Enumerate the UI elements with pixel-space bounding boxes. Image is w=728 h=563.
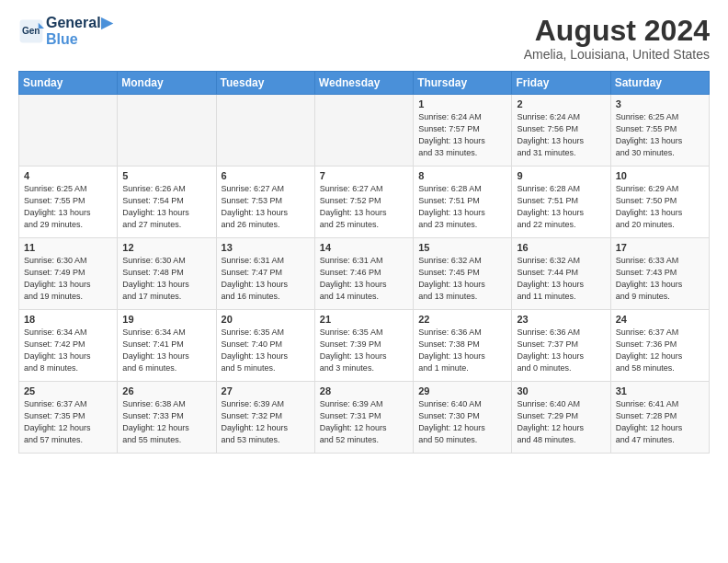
day-cell: 9Sunrise: 6:28 AM Sunset: 7:51 PM Daylig… xyxy=(512,167,610,238)
day-cell: 2Sunrise: 6:24 AM Sunset: 7:56 PM Daylig… xyxy=(512,95,610,167)
day-cell: 20Sunrise: 6:35 AM Sunset: 7:40 PM Dayli… xyxy=(216,310,314,382)
day-cell xyxy=(118,95,216,167)
day-number: 31 xyxy=(616,385,704,396)
week-row-3: 11Sunrise: 6:30 AM Sunset: 7:49 PM Dayli… xyxy=(19,238,710,310)
day-number: 25 xyxy=(24,385,112,396)
day-info: Sunrise: 6:36 AM Sunset: 7:38 PM Dayligh… xyxy=(418,327,506,374)
day-cell: 8Sunrise: 6:28 AM Sunset: 7:51 PM Daylig… xyxy=(414,167,512,238)
day-info: Sunrise: 6:39 AM Sunset: 7:31 PM Dayligh… xyxy=(320,398,408,446)
day-cell: 5Sunrise: 6:26 AM Sunset: 7:54 PM Daylig… xyxy=(118,167,216,238)
svg-text:Gen: Gen xyxy=(22,26,40,36)
day-cell: 23Sunrise: 6:36 AM Sunset: 7:37 PM Dayli… xyxy=(512,310,610,382)
day-info: Sunrise: 6:35 AM Sunset: 7:39 PM Dayligh… xyxy=(320,327,408,374)
day-cell xyxy=(19,95,118,167)
day-info: Sunrise: 6:34 AM Sunset: 7:41 PM Dayligh… xyxy=(122,327,210,374)
day-info: Sunrise: 6:34 AM Sunset: 7:42 PM Dayligh… xyxy=(24,327,112,374)
day-info: Sunrise: 6:29 AM Sunset: 7:50 PM Dayligh… xyxy=(616,183,704,231)
day-number: 11 xyxy=(24,242,112,253)
day-cell: 1Sunrise: 6:24 AM Sunset: 7:57 PM Daylig… xyxy=(414,95,512,167)
day-info: Sunrise: 6:24 AM Sunset: 7:56 PM Dayligh… xyxy=(517,111,605,159)
day-info: Sunrise: 6:40 AM Sunset: 7:29 PM Dayligh… xyxy=(517,398,605,446)
day-number: 12 xyxy=(122,242,210,253)
day-cell: 17Sunrise: 6:33 AM Sunset: 7:43 PM Dayli… xyxy=(610,238,709,310)
day-number: 13 xyxy=(222,242,310,253)
day-cell: 25Sunrise: 6:37 AM Sunset: 7:35 PM Dayli… xyxy=(19,382,118,454)
day-cell: 13Sunrise: 6:31 AM Sunset: 7:47 PM Dayli… xyxy=(216,238,314,310)
day-info: Sunrise: 6:31 AM Sunset: 7:46 PM Dayligh… xyxy=(320,255,408,303)
day-cell: 22Sunrise: 6:36 AM Sunset: 7:38 PM Dayli… xyxy=(414,310,512,382)
day-number: 18 xyxy=(24,314,112,325)
day-info: Sunrise: 6:36 AM Sunset: 7:37 PM Dayligh… xyxy=(517,327,605,374)
day-number: 10 xyxy=(616,170,704,181)
weekday-header-monday: Monday xyxy=(118,72,216,95)
day-info: Sunrise: 6:40 AM Sunset: 7:30 PM Dayligh… xyxy=(418,398,506,446)
week-row-5: 25Sunrise: 6:37 AM Sunset: 7:35 PM Dayli… xyxy=(19,382,710,454)
day-info: Sunrise: 6:30 AM Sunset: 7:48 PM Dayligh… xyxy=(122,255,210,303)
weekday-header-row: SundayMondayTuesdayWednesdayThursdayFrid… xyxy=(19,72,710,95)
day-number: 23 xyxy=(517,314,605,325)
day-number: 8 xyxy=(418,170,506,181)
day-number: 20 xyxy=(222,314,310,325)
logo: Gen General▶ Blue xyxy=(18,15,112,47)
day-info: Sunrise: 6:28 AM Sunset: 7:51 PM Dayligh… xyxy=(418,183,506,231)
day-info: Sunrise: 6:26 AM Sunset: 7:54 PM Dayligh… xyxy=(122,183,210,231)
day-info: Sunrise: 6:27 AM Sunset: 7:52 PM Dayligh… xyxy=(320,183,408,231)
day-number: 2 xyxy=(517,98,605,109)
week-row-1: 1Sunrise: 6:24 AM Sunset: 7:57 PM Daylig… xyxy=(19,95,710,167)
logo-icon: Gen xyxy=(18,18,44,44)
day-cell: 28Sunrise: 6:39 AM Sunset: 7:31 PM Dayli… xyxy=(314,382,413,454)
day-number: 14 xyxy=(320,242,408,253)
calendar: SundayMondayTuesdayWednesdayThursdayFrid… xyxy=(18,71,710,454)
day-info: Sunrise: 6:30 AM Sunset: 7:49 PM Dayligh… xyxy=(24,255,112,303)
day-info: Sunrise: 6:37 AM Sunset: 7:36 PM Dayligh… xyxy=(616,327,704,374)
day-number: 21 xyxy=(320,314,408,325)
page: Gen General▶ Blue August 2024 Amelia, Lo… xyxy=(0,0,728,563)
day-cell: 12Sunrise: 6:30 AM Sunset: 7:48 PM Dayli… xyxy=(118,238,216,310)
day-number: 17 xyxy=(616,242,704,253)
title-block: August 2024 Amelia, Louisiana, United St… xyxy=(524,15,710,62)
day-number: 16 xyxy=(517,242,605,253)
day-info: Sunrise: 6:25 AM Sunset: 7:55 PM Dayligh… xyxy=(616,111,704,159)
day-cell: 27Sunrise: 6:39 AM Sunset: 7:32 PM Dayli… xyxy=(216,382,314,454)
weekday-header-wednesday: Wednesday xyxy=(314,72,413,95)
day-info: Sunrise: 6:37 AM Sunset: 7:35 PM Dayligh… xyxy=(24,398,112,446)
day-number: 4 xyxy=(24,170,112,181)
day-info: Sunrise: 6:24 AM Sunset: 7:57 PM Dayligh… xyxy=(418,111,506,159)
day-info: Sunrise: 6:25 AM Sunset: 7:55 PM Dayligh… xyxy=(24,183,112,231)
day-number: 9 xyxy=(517,170,605,181)
logo-text: General▶ Blue xyxy=(46,15,112,47)
week-row-4: 18Sunrise: 6:34 AM Sunset: 7:42 PM Dayli… xyxy=(19,310,710,382)
day-info: Sunrise: 6:32 AM Sunset: 7:45 PM Dayligh… xyxy=(418,255,506,303)
day-number: 6 xyxy=(222,170,310,181)
day-cell: 24Sunrise: 6:37 AM Sunset: 7:36 PM Dayli… xyxy=(610,310,709,382)
day-cell: 7Sunrise: 6:27 AM Sunset: 7:52 PM Daylig… xyxy=(314,167,413,238)
day-info: Sunrise: 6:41 AM Sunset: 7:28 PM Dayligh… xyxy=(616,398,704,446)
day-number: 7 xyxy=(320,170,408,181)
day-cell: 15Sunrise: 6:32 AM Sunset: 7:45 PM Dayli… xyxy=(414,238,512,310)
day-number: 26 xyxy=(122,385,210,396)
day-info: Sunrise: 6:38 AM Sunset: 7:33 PM Dayligh… xyxy=(122,398,210,446)
day-cell xyxy=(216,95,314,167)
day-number: 29 xyxy=(418,385,506,396)
day-info: Sunrise: 6:39 AM Sunset: 7:32 PM Dayligh… xyxy=(222,398,310,446)
day-number: 19 xyxy=(122,314,210,325)
weekday-header-sunday: Sunday xyxy=(19,72,118,95)
day-number: 27 xyxy=(222,385,310,396)
day-cell xyxy=(314,95,413,167)
weekday-header-friday: Friday xyxy=(512,72,610,95)
day-cell: 18Sunrise: 6:34 AM Sunset: 7:42 PM Dayli… xyxy=(19,310,118,382)
day-number: 15 xyxy=(418,242,506,253)
day-info: Sunrise: 6:28 AM Sunset: 7:51 PM Dayligh… xyxy=(517,183,605,231)
month-title: August 2024 xyxy=(524,15,710,47)
day-number: 30 xyxy=(517,385,605,396)
day-cell: 16Sunrise: 6:32 AM Sunset: 7:44 PM Dayli… xyxy=(512,238,610,310)
day-info: Sunrise: 6:27 AM Sunset: 7:53 PM Dayligh… xyxy=(222,183,310,231)
header: Gen General▶ Blue August 2024 Amelia, Lo… xyxy=(18,15,710,62)
day-info: Sunrise: 6:35 AM Sunset: 7:40 PM Dayligh… xyxy=(222,327,310,374)
weekday-header-tuesday: Tuesday xyxy=(216,72,314,95)
day-cell: 3Sunrise: 6:25 AM Sunset: 7:55 PM Daylig… xyxy=(610,95,709,167)
day-number: 3 xyxy=(616,98,704,109)
day-cell: 4Sunrise: 6:25 AM Sunset: 7:55 PM Daylig… xyxy=(19,167,118,238)
week-row-2: 4Sunrise: 6:25 AM Sunset: 7:55 PM Daylig… xyxy=(19,167,710,238)
weekday-header-saturday: Saturday xyxy=(610,72,709,95)
